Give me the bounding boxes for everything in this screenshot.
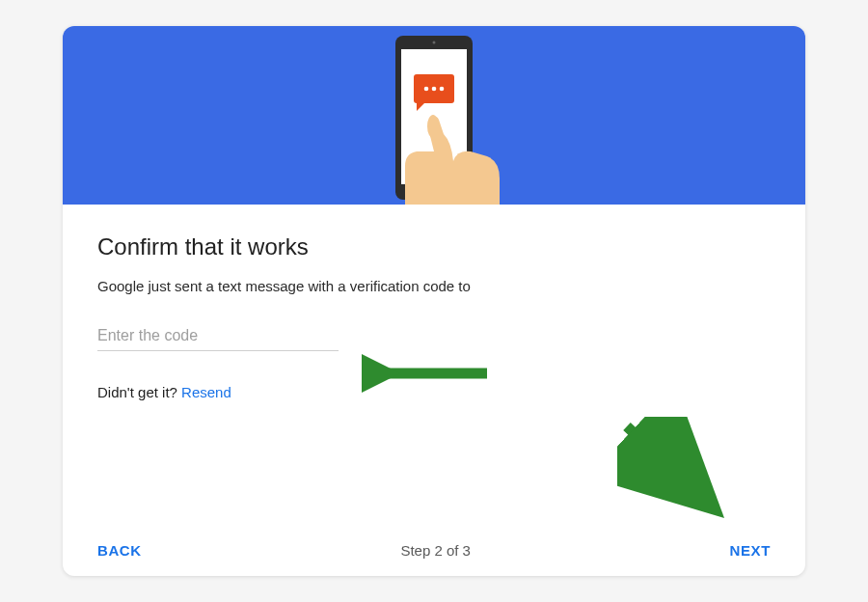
footer-bar: BACK Step 2 of 3 NEXT xyxy=(97,519,771,559)
svg-point-8 xyxy=(427,115,439,138)
resend-line: Didn't get it? Resend xyxy=(97,384,771,400)
verification-code-input[interactable] xyxy=(97,321,339,351)
code-input-row xyxy=(97,321,771,351)
svg-point-5 xyxy=(424,87,429,92)
back-button[interactable]: BACK xyxy=(97,542,142,559)
illustration-banner xyxy=(63,26,805,205)
svg-point-7 xyxy=(440,87,445,92)
verification-card: Confirm that it works Google just sent a… xyxy=(63,26,805,576)
description-text: Google just sent a text message with a v… xyxy=(97,278,771,294)
svg-point-2 xyxy=(433,41,436,44)
resend-prompt-text: Didn't get it? xyxy=(97,384,181,400)
page-title: Confirm that it works xyxy=(97,233,771,260)
next-button[interactable]: NEXT xyxy=(730,542,771,559)
step-indicator: Step 2 of 3 xyxy=(400,542,471,559)
content-area: Confirm that it works Google just sent a… xyxy=(63,205,805,576)
svg-point-6 xyxy=(432,87,437,92)
phone-sms-icon xyxy=(338,26,530,205)
resend-link[interactable]: Resend xyxy=(181,384,231,400)
